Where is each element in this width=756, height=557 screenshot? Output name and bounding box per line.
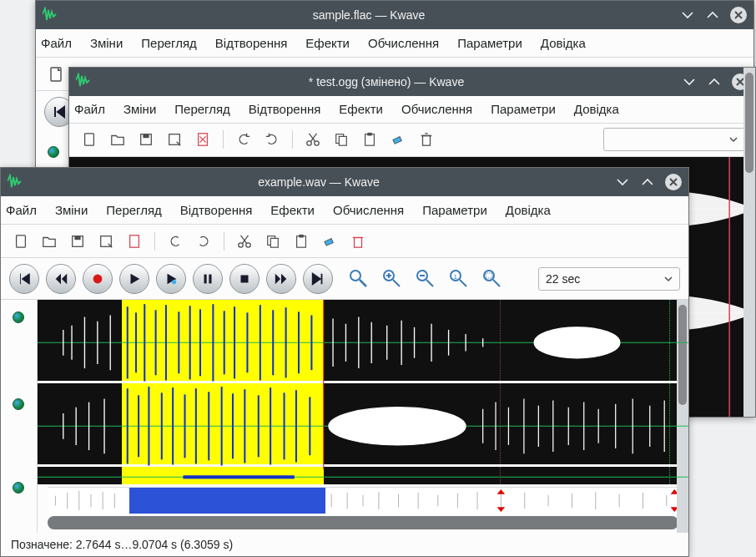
zoom-out-icon[interactable] (415, 268, 436, 290)
minimize-icon[interactable] (680, 8, 695, 23)
cut-icon[interactable] (303, 129, 323, 149)
new-icon[interactable] (46, 64, 66, 84)
horizontal-scrollbar[interactable] (48, 516, 678, 529)
overview-bar[interactable] (48, 487, 678, 514)
menu-calc[interactable]: Обчислення (401, 102, 472, 116)
waveform (38, 300, 688, 386)
menu-playback[interactable]: Відтворення (180, 203, 252, 217)
menu-help[interactable]: Довідка (574, 102, 619, 116)
menu-view[interactable]: Перегляд (106, 203, 162, 217)
menu-settings[interactable]: Параметри (457, 36, 522, 50)
track-lamp-1[interactable] (13, 311, 24, 323)
open-icon[interactable] (39, 231, 59, 251)
zoom-combo[interactable] (603, 128, 745, 151)
menu-playback[interactable]: Відтворення (249, 102, 320, 116)
track-lamp-2[interactable] (13, 398, 24, 410)
menu-playback[interactable]: Відтворення (215, 36, 287, 50)
zoom-in-icon[interactable] (381, 268, 403, 290)
delete-icon[interactable] (416, 129, 436, 149)
waveform (38, 467, 688, 488)
menu-help[interactable]: Довідка (541, 36, 586, 50)
eraser-icon[interactable] (388, 129, 408, 149)
menu-settings[interactable]: Параметри (491, 102, 556, 116)
menu-effects[interactable]: Ефекти (305, 36, 350, 50)
menu-edit[interactable]: Зміни (123, 102, 156, 116)
save-as-icon[interactable] (96, 231, 116, 251)
menu-view[interactable]: Перегляд (174, 102, 230, 116)
save-icon[interactable] (136, 129, 156, 149)
open-icon[interactable] (108, 129, 128, 149)
copy-icon[interactable] (263, 231, 283, 251)
menu-effects[interactable]: Ефекти (270, 203, 315, 217)
zoom-one-icon[interactable]: 1 (448, 268, 470, 290)
delete-icon[interactable] (348, 231, 368, 251)
skip-start-button[interactable] (9, 264, 39, 294)
track-lamp[interactable] (48, 146, 59, 158)
menu-edit[interactable]: Зміни (90, 36, 123, 50)
undo-icon[interactable] (165, 231, 185, 251)
close-icon[interactable] (665, 174, 682, 190)
window-title: * test.ogg (змінено) — Kwave (98, 75, 675, 89)
zoom-combo[interactable]: 22 sec (538, 267, 680, 291)
maximize-icon[interactable] (707, 74, 722, 89)
menu-effects[interactable]: Ефекти (339, 102, 383, 116)
save-as-icon[interactable] (164, 129, 184, 149)
track-2[interactable] (38, 383, 688, 467)
close-icon[interactable] (730, 7, 747, 23)
close-file-icon[interactable] (124, 231, 144, 251)
menu-edit[interactable]: Зміни (55, 203, 88, 217)
menu-calc[interactable]: Обчислення (368, 36, 439, 50)
cut-icon[interactable] (234, 231, 255, 251)
menu-view[interactable]: Перегляд (141, 36, 197, 50)
titlebar[interactable]: example.wav — Kwave (1, 168, 688, 196)
pause-button[interactable] (193, 264, 223, 294)
svg-rect-17 (17, 235, 26, 246)
vertical-scrollbar[interactable] (743, 68, 755, 417)
track-lamp-3[interactable] (13, 482, 24, 494)
menu-file[interactable]: Файл (74, 102, 105, 116)
close-file-icon[interactable] (193, 129, 213, 149)
menu-file[interactable]: Файл (41, 36, 72, 50)
redo-icon[interactable] (262, 129, 282, 149)
rewind-button[interactable] (46, 264, 76, 294)
paste-icon[interactable] (291, 231, 311, 251)
titlebar[interactable]: * test.ogg (змінено) — Kwave (69, 68, 755, 96)
new-icon[interactable] (79, 129, 99, 149)
menu-settings[interactable]: Параметри (422, 203, 487, 217)
stop-button[interactable] (229, 264, 260, 294)
separator (154, 232, 155, 251)
titlebar[interactable]: sample.flac — Kwave (36, 1, 753, 29)
copy-icon[interactable] (331, 129, 351, 149)
svg-point-30 (93, 274, 103, 283)
skip-end-button[interactable] (303, 264, 333, 294)
redo-icon[interactable] (194, 231, 214, 251)
play-button[interactable] (119, 264, 149, 294)
forward-button[interactable] (266, 264, 296, 294)
zoom-select-icon[interactable] (348, 268, 370, 290)
eraser-icon[interactable] (320, 231, 340, 251)
minimize-icon[interactable] (682, 74, 697, 89)
svg-rect-21 (130, 235, 139, 246)
maximize-icon[interactable] (640, 175, 655, 190)
paste-icon[interactable] (360, 129, 380, 149)
scrollbar-thumb[interactable] (48, 516, 678, 529)
new-icon[interactable] (11, 231, 31, 251)
track-1[interactable] (38, 300, 688, 383)
maximize-icon[interactable] (705, 8, 720, 23)
record-button[interactable] (83, 264, 113, 294)
zoom-fit-icon[interactable] (481, 268, 503, 290)
menubar: Файл Зміни Перегляд Відтворення Ефекти О… (69, 96, 755, 124)
track-3[interactable] (38, 467, 688, 487)
menu-calc[interactable]: Обчислення (333, 203, 404, 217)
selection-status: Позначене: 2.7644 s…9.0704 s (6.3059 s) (11, 538, 233, 551)
play-loop-button[interactable] (156, 264, 186, 294)
menu-help[interactable]: Довідка (506, 203, 551, 217)
time-marker (500, 383, 501, 464)
app-logo-icon (76, 73, 91, 90)
menubar: Файл Зміни Перегляд Відтворення Ефекти О… (1, 196, 688, 225)
minimize-icon[interactable] (615, 175, 630, 190)
undo-icon[interactable] (234, 129, 254, 149)
save-icon[interactable] (68, 231, 88, 251)
menu-file[interactable]: Файл (6, 203, 37, 217)
svg-rect-26 (297, 235, 306, 247)
